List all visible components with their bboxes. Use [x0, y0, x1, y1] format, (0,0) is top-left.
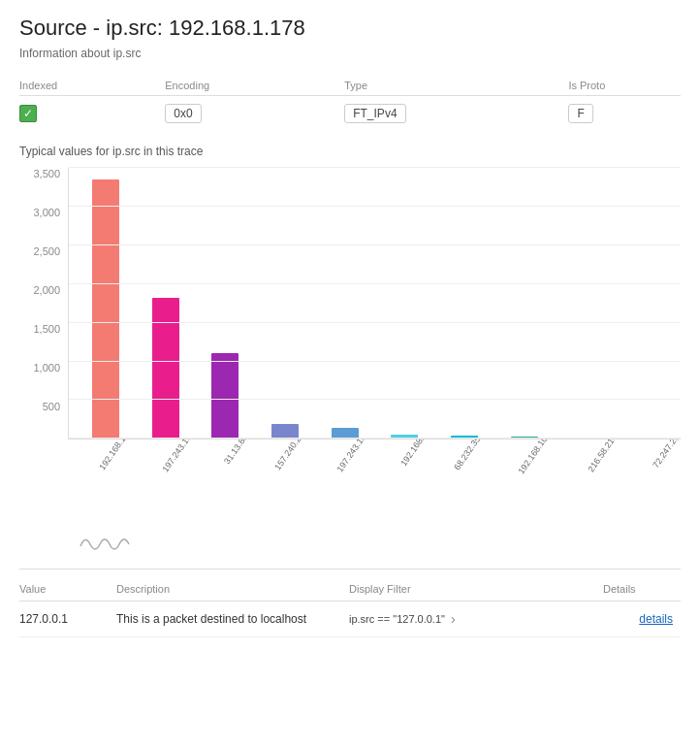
col-header-encoding: Encoding [165, 76, 344, 96]
x-label-7: 192.168.100.254 [502, 439, 568, 517]
x-label-0: 192.168.1.178 [85, 439, 142, 517]
x-label-3: 157.240.20.35 [261, 439, 317, 517]
x-label-text-2: 31.13.83.4 [222, 439, 254, 466]
indexed-checkbox [19, 105, 37, 122]
divider [19, 569, 681, 569]
page-title: Source - ip.src: 192.168.1.178 [19, 16, 681, 41]
x-label-6: 68.232.35.172 [440, 439, 496, 517]
x-label-text-9: 72.247.210.9 [651, 439, 681, 470]
page-subtitle: Information about ip.src [19, 47, 681, 60]
x-label-5: 192.168.1.1 [389, 439, 435, 517]
y-label-0: 3,500 [33, 168, 60, 179]
x-label-text-0: 192.168.1.178 [97, 439, 137, 472]
col-header-type: Type [344, 76, 568, 96]
chevron-right-icon-0[interactable]: › [451, 611, 456, 627]
grid-line-0 [69, 167, 681, 168]
info-table: Indexed Encoding Type Is Proto 0x0 FT_IP… [19, 76, 681, 131]
chart-inner [68, 168, 681, 439]
col-header-isproto: Is Proto [568, 76, 681, 96]
x-label-text-4: 197.243.19.169 [335, 439, 378, 473]
x-label-2: 31.13.83.4 [213, 439, 255, 517]
row-description-0: This is a packet destined to localhost [116, 602, 349, 637]
x-label-9: 72.247.210.9 [640, 439, 681, 517]
x-labels-row: 192.168.1.178197.243.16.10831.13.83.4157… [76, 439, 681, 517]
x-label-text-1: 197.243.16.108 [160, 439, 203, 473]
grid-line-1 [69, 206, 681, 207]
isproto-value: F [568, 104, 592, 123]
row-details-0[interactable]: details [603, 602, 681, 637]
grid-line-3 [69, 283, 681, 284]
type-value: FT_IPv4 [344, 104, 405, 123]
y-label-6: 500 [43, 401, 60, 412]
grid-line-2 [69, 244, 681, 245]
details-link-0[interactable]: details [639, 612, 673, 626]
wave-icon-area [76, 519, 681, 559]
encoding-value: 0x0 [165, 104, 201, 123]
filter-text-0: ip.src == "127.0.0.1" [349, 613, 445, 625]
bottom-table: Value Description Display Filter Details… [19, 577, 681, 637]
bottom-col-filter: Display Filter [349, 577, 603, 602]
y-label-1: 3,000 [33, 207, 60, 218]
x-label-text-3: 157.240.20.35 [272, 439, 312, 472]
y-label-5: 1,000 [33, 362, 60, 374]
x-label-1: 197.243.16.108 [147, 439, 208, 517]
y-label-3: 2,000 [33, 284, 60, 296]
col-header-indexed: Indexed [19, 76, 165, 96]
bottom-col-value: Value [19, 577, 116, 602]
bottom-table-row-0: 127.0.0.1This is a packet destined to lo… [19, 602, 681, 637]
y-label-4: 1,500 [33, 323, 60, 335]
x-label-text-7: 192.168.100.254 [516, 439, 561, 475]
bottom-col-desc: Description [116, 577, 349, 602]
table-row: 0x0 FT_IPv4 F [19, 96, 681, 132]
bottom-col-details: Details [603, 577, 681, 602]
typical-values-label: Typical values for ip.src in this trace [19, 145, 681, 158]
grid-line-7 [69, 438, 681, 439]
x-label-text-8: 216.58.214.174 [587, 439, 629, 473]
x-label-8: 216.58.214.174 [573, 439, 634, 517]
wave-icon [76, 527, 134, 556]
chart-area: 3,500 3,000 2,500 2,000 1,500 1,000 500 [19, 168, 681, 559]
row-filter-0: ip.src == "127.0.0.1" › [349, 602, 603, 637]
grid-line-6 [69, 399, 681, 400]
grid-lines [69, 168, 681, 439]
y-label-2: 2,500 [33, 245, 60, 257]
x-label-text-5: 192.168.1.1 [398, 439, 432, 468]
row-value-0: 127.0.0.1 [19, 602, 116, 637]
grid-line-5 [69, 361, 681, 362]
y-axis: 3,500 3,000 2,500 2,000 1,500 1,000 500 [19, 168, 68, 439]
x-label-4: 197.243.19.169 [322, 439, 383, 517]
x-label-text-6: 68.232.35.172 [453, 439, 493, 472]
grid-line-4 [69, 322, 681, 323]
